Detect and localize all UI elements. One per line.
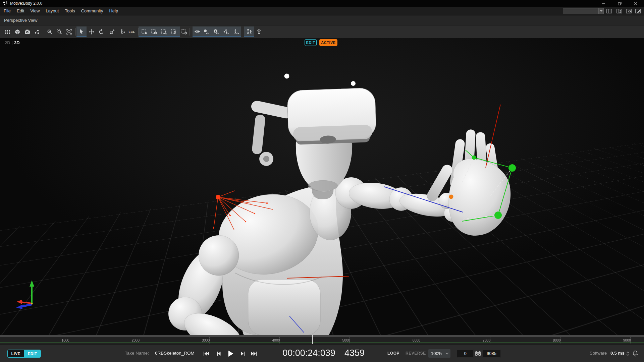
timecode-display: 00:00:24:039 (281, 345, 337, 362)
toolbar-separator (43, 28, 43, 36)
scale-icon[interactable] (107, 26, 117, 37)
mode-divider: | (10, 40, 14, 45)
select-skeleton-icon[interactable] (169, 26, 179, 37)
axis-gizmo (16, 280, 34, 309)
ruler-tick-label: 6000 (413, 338, 420, 342)
menu-edit[interactable]: Edit (14, 7, 27, 15)
range-end-input[interactable]: 9085 (482, 350, 501, 358)
close-button[interactable] (630, 0, 641, 7)
binoculars-icon[interactable] (474, 350, 482, 357)
ruler-tick-label: 8000 (553, 338, 560, 342)
select-cluster-icon[interactable] (159, 26, 169, 37)
minimize-button[interactable] (598, 0, 609, 7)
step-back-button[interactable] (214, 349, 223, 358)
toolbar-separator (190, 28, 190, 36)
layout-combo-input[interactable] (563, 8, 598, 14)
live-edit-toggle[interactable]: LIVE EDIT (7, 350, 41, 358)
select-cameras-icon[interactable] (149, 26, 159, 37)
ruler-tick-label: 7000 (483, 338, 490, 342)
view-mode-toggle[interactable]: 2D|3D (5, 40, 20, 45)
camera-pane-icon[interactable] (625, 8, 633, 14)
toolbar: LCL (0, 25, 644, 38)
camera-icon[interactable] (22, 26, 32, 37)
reverse-toggle[interactable]: REVERSE (406, 345, 426, 362)
marker-visibility-icon[interactable] (201, 26, 211, 37)
motive-app-window: Motive:Body 2.0.0 FileEditViewLayoutTool… (0, 0, 644, 362)
skip-to-end-button[interactable] (250, 349, 258, 358)
viewport-pane-header: Perspective View (0, 15, 644, 25)
zoom-region-icon[interactable] (54, 26, 64, 37)
head-marker (351, 81, 356, 86)
mode-2d[interactable]: 2D (5, 40, 10, 45)
cube-icon[interactable] (12, 26, 22, 37)
layout-combo-caret[interactable] (598, 8, 604, 14)
playback-speed-value: 100% (428, 351, 444, 356)
motive-logo-icon (3, 1, 8, 6)
marker-cluster-icon[interactable] (32, 26, 42, 37)
live-button[interactable]: LIVE (8, 350, 24, 357)
take-name-value[interactable]: 6RBSkeleton_ROM (155, 345, 195, 362)
skeleton-pair-icon[interactable] (244, 26, 254, 37)
edit-badge[interactable]: EDIT (305, 39, 317, 46)
ruler-tick-label: 4000 (272, 338, 280, 342)
menu-layout[interactable]: Layout (43, 7, 62, 15)
take-name-label: Take Name: (125, 345, 149, 362)
frame-number-display[interactable]: 4359 (343, 345, 366, 362)
skeleton-visibility-icon[interactable] (231, 26, 241, 37)
window-title: Motive:Body 2.0.0 (10, 0, 42, 7)
chevron-down-icon[interactable] (444, 352, 450, 355)
menu-file[interactable]: File (1, 7, 14, 15)
playback-speed-select[interactable]: 100% (428, 349, 450, 358)
ruler-tick-label: 3000 (202, 338, 210, 342)
menu-items: FileEditViewLayoutToolsCommunityHelp (0, 7, 644, 15)
ruler-tick-label: 1000 (61, 338, 69, 342)
edit-pane-icon[interactable] (635, 8, 642, 14)
range-start-input[interactable]: 0 (457, 350, 474, 358)
step-forward-button[interactable] (238, 349, 247, 358)
skeleton-pane-icon[interactable] (616, 8, 623, 14)
notifications-bell-icon[interactable] (632, 350, 638, 357)
menu-community[interactable]: Community (78, 7, 106, 15)
visibility-eye-icon[interactable] (193, 26, 202, 37)
apps-grid-icon[interactable] (2, 26, 12, 37)
latency-value: 0.5 ms (610, 345, 625, 362)
orange-marker (449, 195, 453, 199)
caret-down-icon (600, 10, 603, 12)
maximize-button[interactable] (614, 0, 625, 7)
select-unlabeled-icon[interactable] (179, 26, 189, 37)
menu-view[interactable]: View (27, 7, 43, 15)
play-button[interactable] (226, 349, 235, 358)
zoom-cursor-icon[interactable] (45, 26, 55, 37)
edit-button[interactable]: EDIT (24, 350, 41, 357)
select-markers-icon[interactable] (139, 26, 149, 37)
rotate-icon[interactable] (96, 26, 106, 37)
ruler-tick-label: 9000 (623, 338, 631, 342)
lcl-label: LCL (129, 30, 135, 34)
ruler-tick-label: 5000 (342, 338, 350, 342)
skeleton-scene (0, 38, 644, 335)
menubar: FileEditViewLayoutToolsCommunityHelp (0, 7, 644, 15)
lcl-coordinate-button[interactable]: LCL (126, 26, 138, 37)
menu-tools[interactable]: Tools (62, 7, 78, 15)
character-icon[interactable] (254, 26, 264, 37)
zoom-fit-icon[interactable] (64, 26, 74, 37)
menu-help[interactable]: Help (106, 7, 121, 15)
list-pane-icon[interactable] (606, 8, 613, 14)
camera-visibility-icon[interactable] (211, 26, 221, 37)
perspective-viewport[interactable]: 2D|3D EDIT ACTIVE (0, 38, 644, 335)
latency-stepper-icon[interactable] (626, 351, 630, 356)
transport-bar: LIVE EDIT Take Name: 6RBSkeleton_ROM 00:… (0, 344, 644, 362)
timeline-playhead[interactable] (312, 335, 313, 344)
active-badge[interactable]: ACTIVE (319, 39, 337, 46)
cluster-visibility-icon[interactable] (221, 26, 231, 37)
latency-mode-label: Software (590, 345, 607, 362)
toolbar-separator (243, 28, 243, 36)
mode-3d[interactable]: 3D (14, 40, 20, 45)
translate-icon[interactable] (87, 26, 97, 37)
timeline-scrollbar[interactable] (0, 335, 644, 337)
head-marker (284, 74, 289, 79)
select-arrow-icon[interactable] (76, 26, 87, 37)
loop-toggle[interactable]: LOOP (387, 345, 399, 362)
skip-to-start-button[interactable] (202, 349, 211, 358)
titlebar: Motive:Body 2.0.0 (0, 0, 644, 7)
